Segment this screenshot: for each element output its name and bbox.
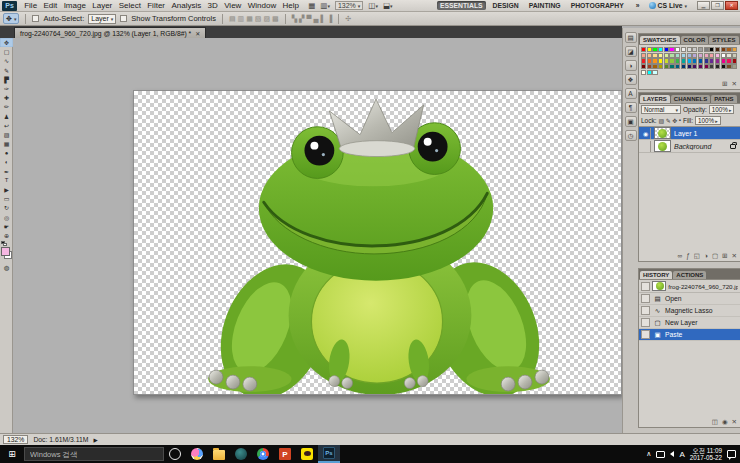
color-swatch[interactable] [652, 53, 657, 58]
view-extras-icon[interactable]: ▥▾ [320, 1, 330, 10]
crop-tool[interactable]: ▛ [0, 75, 13, 84]
color-swatch[interactable] [658, 53, 663, 58]
start-button[interactable]: ⊞ [0, 445, 24, 463]
dodge-tool[interactable]: ◐ [0, 157, 13, 166]
color-swatch[interactable] [692, 58, 697, 63]
history-collapsed-icon[interactable]: ◷ [625, 130, 637, 141]
gradient-tool[interactable]: ▦ [0, 139, 13, 148]
menu-view[interactable]: View [221, 1, 245, 10]
menu-file[interactable]: File [21, 1, 40, 10]
link-layers-icon[interactable]: ∞ [678, 252, 683, 260]
history-snapshot-row[interactable]: frog-2240764_960_720.jpg [639, 280, 740, 293]
color-swatch[interactable] [715, 47, 720, 52]
color-swatch[interactable] [721, 53, 726, 58]
color-swatch[interactable] [692, 53, 697, 58]
color-swatch[interactable] [669, 47, 674, 52]
styles-icon[interactable]: ❖ [625, 74, 637, 85]
new-swatch-icon[interactable]: ⊞ [722, 80, 727, 88]
arrange-documents-icon[interactable]: ◫▾ [368, 1, 378, 10]
opacity-value[interactable]: 100%▸ [709, 105, 735, 114]
shape-tool[interactable]: ▭ [0, 194, 13, 203]
appbar-zoom-level[interactable]: 132% ▾ [335, 1, 363, 10]
history-state-open[interactable]: ▤Open [639, 293, 740, 305]
menu-edit[interactable]: Edit [40, 1, 60, 10]
color-swatch[interactable] [726, 53, 731, 58]
foreground-color-swatch[interactable] [1, 247, 10, 256]
color-swatch[interactable] [709, 58, 714, 63]
launch-bridge-icon[interactable]: ▦ [308, 1, 315, 10]
history-brush-source-box[interactable] [641, 318, 650, 327]
layer-style-icon[interactable]: ƒ [686, 252, 690, 260]
paragraph-icon[interactable]: ¶ [625, 102, 637, 113]
new-snapshot-icon[interactable]: ◉ [722, 418, 728, 426]
color-swatch[interactable] [647, 70, 652, 75]
color-swatch[interactable] [715, 64, 720, 69]
color-swatch[interactable] [658, 58, 663, 63]
default-colors-icon[interactable] [1, 241, 7, 246]
history-brush-tool[interactable]: ↩ [0, 121, 13, 130]
close-tab-icon[interactable]: ✕ [195, 30, 200, 37]
menu-select[interactable]: Select [115, 1, 144, 10]
color-swatch[interactable] [647, 53, 652, 58]
color-swatch[interactable] [704, 53, 709, 58]
lock-icon[interactable]: ▨ [659, 117, 665, 124]
move-tool[interactable]: ✥ [0, 38, 13, 47]
color-swatch[interactable] [681, 58, 686, 63]
show-transform-checkbox[interactable] [120, 15, 127, 22]
color-swatch[interactable] [675, 58, 680, 63]
quick-mask-button[interactable]: ◍ [0, 263, 13, 272]
color-swatch[interactable] [732, 64, 737, 69]
color-swatch[interactable] [681, 47, 686, 52]
taskbar-app-file-explorer[interactable] [208, 445, 230, 463]
color-swatch[interactable] [652, 47, 657, 52]
volume-icon[interactable] [670, 451, 674, 457]
new-group-icon[interactable]: ▢ [712, 252, 718, 260]
screen-mode-icon[interactable]: ⬓▾ [383, 1, 393, 10]
visibility-toggle[interactable] [641, 141, 651, 152]
menu-layer[interactable]: Layer [89, 1, 115, 10]
history-brush-source-box[interactable] [641, 282, 650, 291]
history-state-new-layer[interactable]: ▢New Layer [639, 317, 740, 329]
color-swatch[interactable] [726, 64, 731, 69]
history-brush-source-box[interactable] [641, 294, 650, 303]
ime-indicator[interactable]: A [679, 450, 684, 459]
clone-stamp-tool[interactable]: ♟ [0, 112, 13, 121]
color-swatch[interactable] [641, 64, 646, 69]
color-swatch[interactable] [664, 53, 669, 58]
color-swatch[interactable] [721, 47, 726, 52]
history-brush-source-box[interactable] [641, 330, 650, 339]
color-swatch[interactable] [726, 47, 731, 52]
color-swatch[interactable] [681, 64, 686, 69]
menu-analysis[interactable]: Analysis [168, 1, 204, 10]
color-swatch[interactable] [652, 70, 657, 75]
color-swatch[interactable] [687, 64, 692, 69]
color-swatch[interactable] [681, 53, 686, 58]
history-brush-source-box[interactable] [641, 306, 650, 315]
color-swatch[interactable] [658, 47, 663, 52]
masks-icon[interactable]: ◪ [625, 46, 637, 57]
workspace-essentials[interactable]: ESSENTIALS [437, 1, 486, 10]
3d-object-rotate-tool[interactable]: ↻ [0, 203, 13, 212]
color-swatch[interactable] [687, 47, 692, 52]
workspace-painting[interactable]: PAINTING [526, 1, 564, 10]
color-swatch[interactable] [664, 58, 669, 63]
workspace-photography[interactable]: PHOTOGRAPHY [568, 1, 627, 10]
color-swatch[interactable] [721, 58, 726, 63]
blend-mode-dropdown[interactable]: Normal▾ [641, 105, 681, 114]
color-swatch[interactable] [704, 47, 709, 52]
menu-3d[interactable]: 3D [204, 1, 221, 10]
color-swatch[interactable] [647, 64, 652, 69]
color-swatch[interactable] [715, 58, 720, 63]
document-tab[interactable]: frog-2240764_960_720.jpg @ 132% (Layer 1… [14, 27, 206, 38]
new-adjustment-layer-icon[interactable]: ◑ [704, 252, 708, 260]
delete-swatch-icon[interactable]: ✕ [732, 80, 737, 88]
history-state-paste[interactable]: ▣Paste [639, 329, 740, 341]
quick-selection-tool[interactable]: ✎ [0, 66, 13, 75]
zoom-tool[interactable]: ⊕ [0, 231, 13, 240]
restore-button[interactable]: ❐ [711, 1, 724, 10]
workspace-overflow-button[interactable]: » [633, 1, 643, 10]
color-swatch[interactable] [709, 64, 714, 69]
taskbar-app-cortana[interactable] [164, 445, 186, 463]
tab-history[interactable]: HISTORY [640, 271, 672, 279]
eraser-tool[interactable]: ▨ [0, 130, 13, 139]
